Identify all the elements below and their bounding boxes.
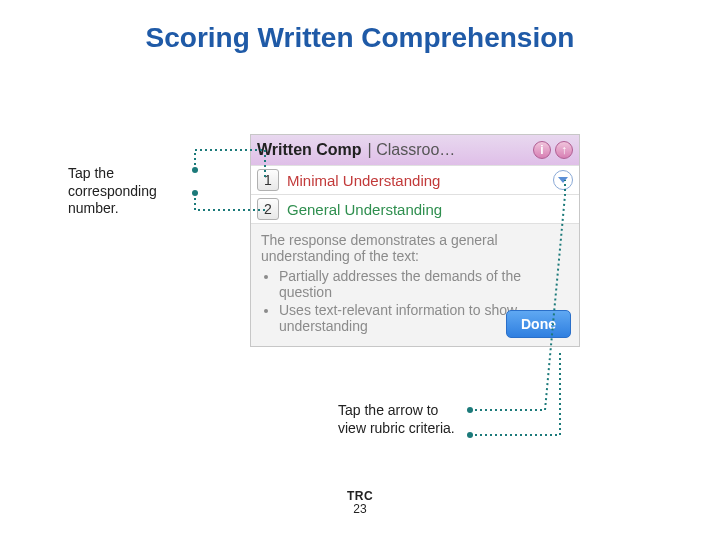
- score-number-2[interactable]: 2: [257, 198, 279, 220]
- callout-tap-arrow: Tap the arrow to view rubric criteria.: [338, 402, 468, 437]
- header-app-name: Written Comp: [257, 141, 362, 159]
- score-option-2[interactable]: 2 General Understanding: [251, 194, 579, 223]
- footer-page-number: 23: [0, 503, 720, 516]
- score-number-1[interactable]: 1: [257, 169, 279, 191]
- criteria-item: Partially addresses the demands of the q…: [279, 268, 569, 300]
- rubric-criteria-panel: The response demonstrates a general unde…: [251, 223, 579, 346]
- done-button[interactable]: Done: [506, 310, 571, 338]
- score-option-1[interactable]: 1 Minimal Understanding: [251, 165, 579, 194]
- header-breadcrumb: | Classroo…: [368, 141, 527, 159]
- info-icon[interactable]: i: [533, 141, 551, 159]
- up-arrow-icon[interactable]: ↑: [555, 141, 573, 159]
- svg-point-0: [192, 167, 198, 173]
- score-label-1: Minimal Understanding: [287, 172, 440, 189]
- app-panel: Written Comp | Classroo… i ↑ 1 Minimal U…: [250, 134, 580, 347]
- slide-title: Scoring Written Comprehension: [0, 22, 720, 54]
- criteria-intro: The response demonstrates a general unde…: [261, 232, 569, 264]
- score-label-2: General Understanding: [287, 201, 442, 218]
- callout-tap-number: Tap the corresponding number.: [68, 165, 188, 218]
- app-header: Written Comp | Classroo… i ↑: [251, 135, 579, 165]
- slide-footer: TRC 23: [0, 490, 720, 516]
- expand-arrow-icon[interactable]: [553, 170, 573, 190]
- header-icons: i ↑: [533, 141, 573, 159]
- footer-label: TRC: [0, 490, 720, 503]
- svg-point-1: [192, 190, 198, 196]
